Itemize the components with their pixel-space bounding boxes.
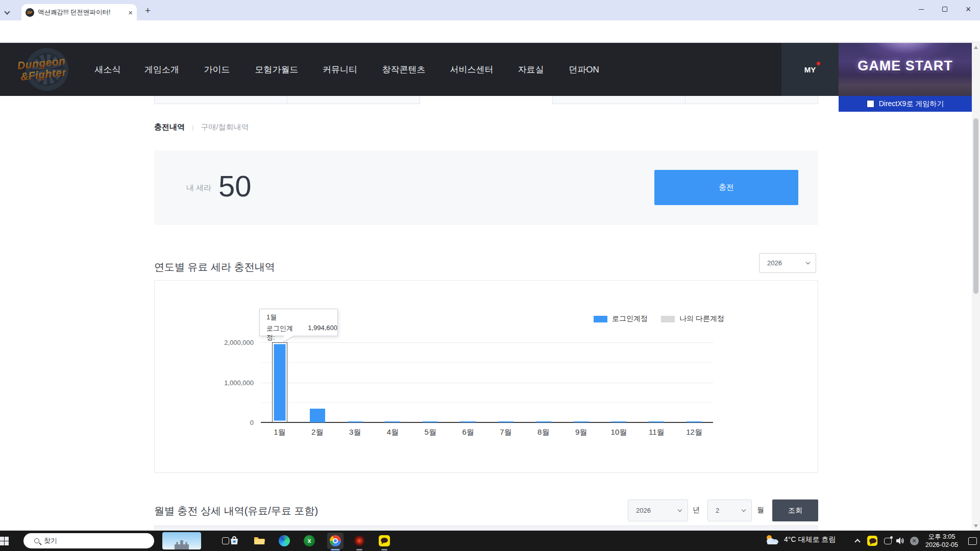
- taskbar: 찾기 x 4°C 대체로 흐림 ✕ 오후 3:05 2026-02-: [0, 531, 980, 551]
- legend-swatch: [594, 316, 607, 322]
- cutoff-table-cell: [154, 96, 287, 104]
- bar-5월[interactable]: [423, 421, 438, 422]
- directx9-option[interactable]: DirectX9로 게임하기: [839, 96, 972, 112]
- dnf-open-indicator: [356, 549, 362, 550]
- minimize-button[interactable]: ─: [910, 0, 933, 18]
- tooltip-value: 1,994,600: [308, 324, 337, 342]
- legend-item: 나의 다른계정: [661, 314, 724, 323]
- new-tab-button[interactable]: +: [145, 5, 151, 16]
- x-tick-label-11월: 11월: [649, 428, 665, 437]
- x-tick-label-3월: 3월: [349, 428, 361, 437]
- x-tick-label-4월: 4월: [387, 428, 399, 437]
- bar-12월[interactable]: [687, 421, 702, 422]
- store-icon[interactable]: [228, 535, 240, 547]
- directx9-label: DirectX9로 게임하기: [879, 99, 944, 109]
- xbox-icon[interactable]: x: [303, 535, 315, 547]
- monthly-month-select[interactable]: 2: [707, 499, 752, 521]
- chevron-down-icon: [742, 508, 746, 512]
- taskbar-search-label: 찾기: [44, 536, 57, 545]
- x-tick-label-5월: 5월: [425, 428, 436, 437]
- cutoff-table-cell: [685, 96, 818, 104]
- monthly-month-value: 2: [716, 507, 719, 514]
- file-explorer-icon[interactable]: [253, 535, 265, 547]
- nav-item-2[interactable]: 게임소개: [144, 64, 179, 76]
- nav-item-4[interactable]: 모험가월드: [255, 64, 299, 76]
- gridline-2000000: [261, 342, 713, 343]
- scroll-up-icon[interactable]: [974, 46, 978, 49]
- legend-item: 로그인계정: [594, 314, 648, 323]
- tray-kakaotalk-icon[interactable]: [866, 535, 878, 547]
- bar-11월[interactable]: [649, 421, 664, 422]
- edge-icon[interactable]: [278, 535, 290, 547]
- taskbar-search[interactable]: 찾기: [23, 533, 154, 548]
- clock-date: 2026-02-05: [919, 541, 965, 549]
- cutoff-table-cell: [552, 96, 685, 104]
- cutoff-table-cell: [287, 96, 420, 104]
- bar-4월[interactable]: [385, 421, 400, 422]
- chevron-down-icon: [678, 508, 682, 512]
- chart-x-axis-line: [261, 422, 713, 423]
- bar-3월[interactable]: [348, 421, 363, 422]
- x-tick-label-10월: 10월: [611, 428, 627, 437]
- close-button[interactable]: ×: [957, 0, 980, 18]
- search-icon: [34, 538, 39, 543]
- kakaotalk-icon[interactable]: [378, 535, 390, 547]
- sera-label: 내 세라: [186, 183, 211, 193]
- bar-8월[interactable]: [536, 421, 551, 422]
- monthly-year-select[interactable]: 2026: [628, 499, 688, 521]
- castle-icon: [175, 540, 189, 549]
- charge-button[interactable]: 충전: [654, 170, 798, 205]
- hidden-icons-chevron[interactable]: [854, 539, 860, 544]
- volume-icon[interactable]: [894, 535, 906, 547]
- year-select[interactable]: 2026: [759, 253, 816, 273]
- nav-item-9[interactable]: 던파ON: [569, 64, 599, 76]
- nav-item-8[interactable]: 자료실: [518, 64, 544, 76]
- start-button[interactable]: [0, 537, 9, 545]
- nav-item-3[interactable]: 가이드: [204, 64, 230, 76]
- nav-item-7[interactable]: 서비스센터: [450, 64, 494, 76]
- nav-item-my[interactable]: MY: [781, 43, 839, 96]
- weather-widget[interactable]: 4°C 대체로 흐림: [764, 534, 836, 546]
- legend-label: 로그인계정: [612, 314, 648, 323]
- browser-tab[interactable]: DF 액션쾌감!!! 던전앤파이터! ×: [21, 4, 137, 20]
- tab-close-icon[interactable]: ×: [128, 9, 133, 16]
- search-button[interactable]: 조회: [772, 499, 818, 521]
- bar-10월[interactable]: [611, 421, 626, 422]
- scroll-down-icon[interactable]: [974, 524, 978, 528]
- action-center-icon[interactable]: [966, 535, 978, 547]
- nav-item-6[interactable]: 창작콘텐츠: [382, 64, 426, 76]
- bar-7월[interactable]: [498, 421, 513, 422]
- directx9-checkbox[interactable]: [867, 100, 874, 108]
- tray-capture-icon[interactable]: [881, 535, 894, 547]
- tab-purchase-history[interactable]: 구매/철회내역: [201, 122, 249, 132]
- nav-item-5[interactable]: 커뮤니티: [323, 64, 357, 76]
- my-label: MY: [804, 65, 816, 74]
- scrollbar[interactable]: [972, 43, 980, 531]
- tab-search-icon[interactable]: [5, 7, 16, 15]
- history-tabs: 충전내역 | 구매/철회내역: [154, 121, 249, 133]
- x-tick-label-12월: 12월: [686, 428, 702, 437]
- chrome-icon[interactable]: [327, 533, 344, 549]
- minor-gridline-1500000: [261, 362, 713, 363]
- bar-2월[interactable]: [310, 409, 325, 422]
- game-start-label: GAME START: [839, 58, 972, 74]
- game-start-button[interactable]: GAME START: [839, 43, 972, 96]
- spotlight-image[interactable]: [162, 532, 201, 549]
- nav-item-1[interactable]: 새소식: [95, 64, 121, 76]
- taskbar-clock[interactable]: 오후 3:05 2026-02-05: [919, 533, 965, 549]
- bar-1월[interactable]: [272, 342, 287, 422]
- browser-tab-bar: DF 액션쾌감!!! 던전앤파이터! × + ─ ×: [0, 0, 980, 20]
- y-tick-label: 0: [250, 419, 254, 427]
- bar-9월[interactable]: [574, 421, 589, 422]
- maximize-button[interactable]: [933, 0, 957, 18]
- yearly-chart-card: 로그인계정나의 다른계정 1월2월3월4월5월6월7월8월9월10월11월12월…: [154, 280, 818, 473]
- dnf-launcher-icon[interactable]: [353, 535, 365, 547]
- x-tick-label-9월: 9월: [575, 428, 587, 437]
- sera-value: 50: [218, 169, 252, 203]
- scrollbar-thumb[interactable]: [973, 118, 978, 294]
- tab-charge-history[interactable]: 충전내역: [154, 122, 185, 132]
- dnf-logo[interactable]: Dungeon &Fighter: [11, 46, 83, 93]
- tooltip-month: 1월: [266, 313, 337, 322]
- bar-6월[interactable]: [460, 421, 476, 422]
- minor-gridline-500000: [261, 403, 713, 403]
